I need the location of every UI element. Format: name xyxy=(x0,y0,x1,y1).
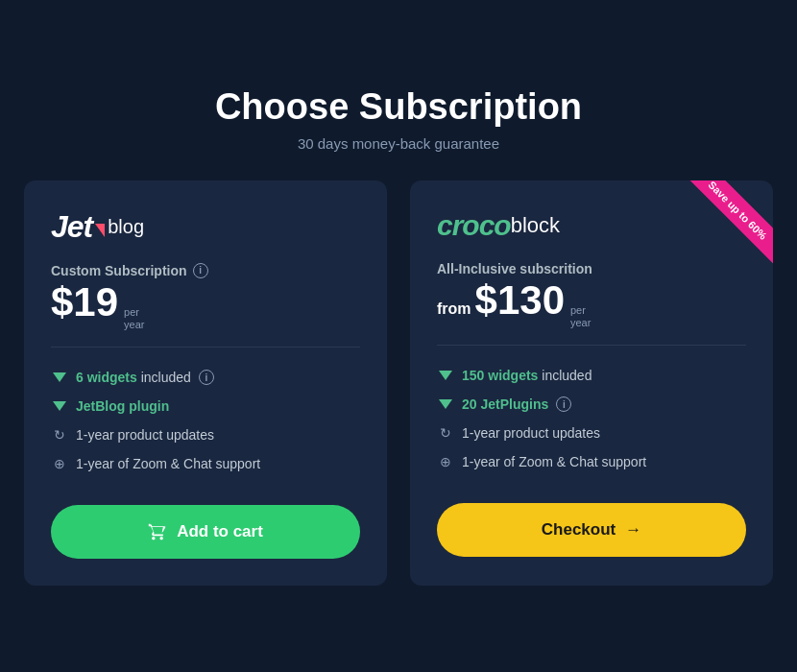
price-row-jetblog: $19 per year xyxy=(51,282,360,331)
feature-info-icon-2[interactable]: i xyxy=(556,396,571,412)
plan-info-icon-jetblog[interactable]: i xyxy=(193,263,208,278)
page-title: Choose Subscription xyxy=(215,86,582,128)
feature-updates-crocoblock: ↻ 1-year product updates xyxy=(437,419,746,447)
plan-label-jetblog: Custom Subscription i xyxy=(51,263,360,278)
feature-info-icon[interactable]: i xyxy=(199,370,214,385)
divider-crocoblock xyxy=(437,345,746,346)
divider-jetblog xyxy=(51,347,360,348)
crocoblock-croco-text: croco xyxy=(437,211,511,240)
arrow-icon-4 xyxy=(437,396,454,413)
price-amount-crocoblock: $130 xyxy=(475,280,565,321)
feature-widgets-jetblog: 6 widgets included i xyxy=(51,363,360,392)
feature-updates-jetblog: ↻ 1-year product updates xyxy=(51,420,360,449)
jetblog-blog-text: blog xyxy=(108,217,144,236)
arrow-icon-2 xyxy=(51,397,68,415)
price-period-jetblog: per year xyxy=(124,306,144,331)
price-row-crocoblock: from $130 per year xyxy=(437,280,746,329)
refresh-icon-crocoblock: ↻ xyxy=(437,424,454,442)
price-from-label: from xyxy=(437,300,471,318)
page-header: Choose Subscription 30 days money-back g… xyxy=(215,86,582,152)
add-to-cart-button[interactable]: Add to cart xyxy=(51,505,360,559)
jet-arrow-icon xyxy=(95,224,105,237)
price-amount-jetblog: $19 xyxy=(51,282,118,323)
plan-label-crocoblock: All-Inclusive subscrition xyxy=(437,261,746,276)
card-jetblog: Jet blog Custom Subscription i $19 per y… xyxy=(24,180,387,586)
jetblog-jet-text: Jet xyxy=(51,211,92,242)
crocoblock-block-text: block xyxy=(511,215,560,236)
card-crocoblock: Save up to 60% croco block All-Inclusive… xyxy=(410,180,773,586)
price-period-crocoblock: per year xyxy=(570,304,591,329)
logo-jetblog: Jet blog xyxy=(51,211,360,242)
arrow-right-icon: → xyxy=(625,520,641,540)
globe-icon-crocoblock: ⊕ xyxy=(437,453,454,470)
arrow-icon-1 xyxy=(51,369,68,386)
checkout-button[interactable]: Checkout → xyxy=(437,503,746,557)
feature-widgets-crocoblock: 150 widgets included xyxy=(437,361,746,390)
refresh-icon-jetblog: ↻ xyxy=(51,426,68,444)
page-subtitle: 30 days money-back guarantee xyxy=(215,135,582,152)
features-list-crocoblock: 150 widgets included 20 JetPlugins i ↻ 1… xyxy=(437,361,746,476)
feature-support-crocoblock: ⊕ 1-year of Zoom & Chat support xyxy=(437,447,746,476)
cart-icon xyxy=(148,522,167,541)
globe-icon-jetblog: ⊕ xyxy=(51,455,68,472)
cards-container: Jet blog Custom Subscription i $19 per y… xyxy=(24,180,773,586)
feature-plugin-jetblog: JetBlog plugin xyxy=(51,392,360,420)
features-list-jetblog: 6 widgets included i JetBlog plugin ↻ 1-… xyxy=(51,363,360,478)
feature-support-jetblog: ⊕ 1-year of Zoom & Chat support xyxy=(51,449,360,478)
feature-plugins-crocoblock: 20 JetPlugins i xyxy=(437,390,746,419)
logo-crocoblock: croco block xyxy=(437,211,746,240)
arrow-icon-3 xyxy=(437,367,454,384)
